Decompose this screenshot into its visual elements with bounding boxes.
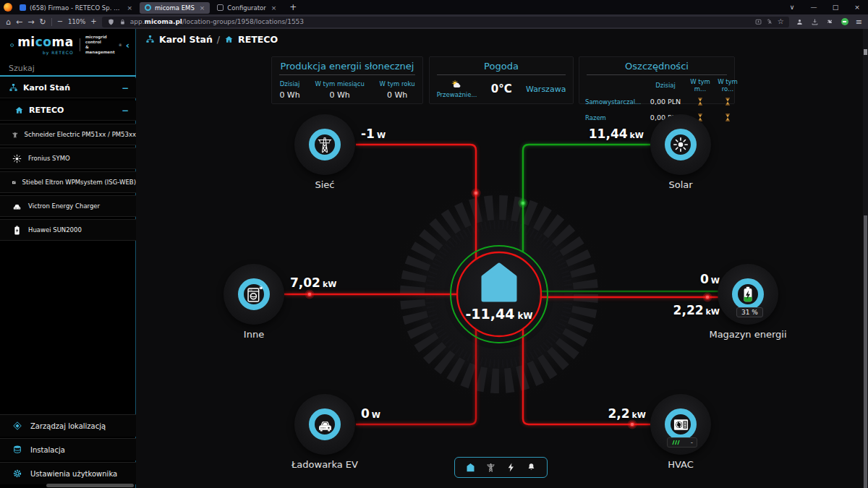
brand-wordmark: micoma by RETECO [17, 35, 74, 55]
other-node-ring [238, 278, 270, 310]
device-item-schneider[interactable]: Schneider Electric PM51xx / PM53xx [0, 124, 136, 145]
search-input[interactable]: Szukaj [0, 64, 136, 77]
car-icon [315, 415, 335, 435]
collapse-icon[interactable]: − [122, 106, 129, 116]
battery-charge-badge: 31 % [736, 307, 763, 317]
adblock-extension-icon[interactable] [841, 18, 848, 25]
zoom-in-icon[interactable]: + [90, 18, 96, 25]
device-item-fronius[interactable]: Fronius SYMO [0, 147, 136, 169]
gear-icon [12, 468, 22, 479]
diamond-icon [12, 421, 22, 431]
pylon-icon [12, 129, 19, 140]
tree-item-label: Karol Stań [23, 83, 70, 93]
view-toolbar [454, 457, 548, 478]
device-item-huawei[interactable]: Huawei SUN2000 [0, 219, 136, 241]
url-bar[interactable]: app.micoma.pl/location-groups/1958/locat… [102, 17, 789, 27]
home-icon [14, 106, 24, 115]
tab-configurator[interactable]: Configurator × [212, 2, 281, 14]
tab-micoma-ems[interactable]: micoma EMS × [140, 2, 210, 14]
browser-home-icon[interactable]: ⌂ [6, 18, 11, 26]
new-tab-button[interactable]: + [284, 2, 302, 12]
tree-item-location[interactable]: RETECO − [0, 100, 136, 121]
energy-flow-diagram [137, 29, 868, 488]
nav-right-icons: ≡ [796, 18, 862, 26]
alerts-bell-icon[interactable] [526, 462, 537, 473]
back-icon[interactable]: ← [16, 18, 22, 26]
solar-power-value: 11,44kW [542, 127, 644, 141]
bookmark-star-icon[interactable]: ☆ [778, 18, 784, 25]
close-tab-icon[interactable]: × [200, 4, 205, 12]
storage-flow-dot [703, 293, 712, 302]
download-icon[interactable] [811, 18, 819, 26]
grid-view-icon[interactable] [485, 462, 496, 473]
storage-export-value: 0W [618, 272, 720, 286]
tab-title: micoma EMS [155, 4, 195, 12]
zoom-level[interactable]: 110% [68, 18, 85, 25]
close-tab-icon[interactable]: × [271, 4, 277, 12]
solar-flow-dot [519, 199, 528, 208]
list-tabs-icon[interactable]: ∨ [781, 4, 803, 11]
battery-icon [12, 225, 22, 236]
sidebar: micoma by RETECO microgrid control & man… [0, 29, 136, 488]
device-label: Fronius SYMO [28, 155, 70, 162]
sun-icon [671, 135, 690, 154]
sidebar-collapse-icon[interactable]: ‹ [126, 40, 129, 51]
manage-location-item[interactable]: Zarządzaj lokalizacją [0, 414, 136, 437]
device-label: Schneider Electric PM51xx / PM53xx [25, 131, 136, 138]
device-item-stiebel[interactable]: Stiebel Eltron WPMsystem (ISG-WEB) [0, 171, 136, 193]
shield-icon[interactable] [107, 18, 115, 26]
grid-power-value: -1W [361, 127, 386, 141]
extension-puzzle-icon[interactable] [826, 18, 834, 26]
maximize-icon[interactable]: □ [825, 4, 846, 11]
lock-icon[interactable] [119, 18, 127, 26]
user-settings-item[interactable]: Ustawienia użytkownika [0, 462, 136, 484]
sidebar-horizontal-scrollbar[interactable] [46, 484, 134, 487]
device-item-victron[interactable]: Victron Energy Charger [0, 195, 136, 217]
main-scrollbar-top[interactable] [864, 49, 867, 55]
hvac-flow-dot [628, 420, 637, 429]
dashboard: Karol Stań / RETECO Produkcja energii sł… [137, 29, 868, 488]
ev-power-value: 0W [361, 406, 380, 421]
micoma-logo: micoma by RETECO microgrid control & man… [0, 29, 135, 61]
browser-window: (658) Firmao - RETECO Sp. z o... × micom… [0, 0, 868, 488]
energy-view-icon[interactable] [506, 462, 516, 473]
solar-node[interactable] [650, 114, 711, 175]
grid-flow-dot [472, 189, 481, 198]
footer-item-label: Zarządzaj lokalizacją [30, 422, 106, 430]
firmao-favicon-icon [20, 4, 26, 11]
tab-firmao[interactable]: (658) Firmao - RETECO Sp. z o... × [14, 2, 137, 14]
firefox-icon[interactable] [4, 3, 12, 12]
main-scrollbar-thumb[interactable] [864, 215, 867, 488]
home-view-icon[interactable] [465, 462, 476, 473]
storage-node-label: Magazyn energii [690, 329, 806, 340]
hvac-node-ring [665, 408, 697, 440]
window-controls: ∨ — □ × [781, 4, 868, 11]
sun-icon [12, 153, 22, 164]
organization-icon [9, 83, 18, 93]
zoom-out-icon[interactable]: − [57, 18, 63, 25]
device-label: Victron Energy Charger [28, 202, 100, 210]
account-icon[interactable] [796, 18, 804, 26]
installation-item[interactable]: Instalacja [0, 438, 136, 461]
home-power-value: -11,44kW [434, 306, 564, 322]
pylon-icon [315, 134, 335, 155]
ev-charger-node[interactable] [294, 394, 355, 455]
close-tab-icon[interactable]: × [127, 4, 132, 12]
tree-item-user[interactable]: Karol Stań − [0, 78, 136, 98]
washing-machine-icon [244, 285, 264, 304]
device-label: Stiebel Eltron WPMsystem (ISG-WEB) [22, 179, 136, 186]
url-text[interactable]: app.micoma.pl/location-groups/1958/locat… [130, 18, 304, 25]
collapse-icon[interactable]: − [122, 83, 129, 93]
grid-node[interactable] [294, 114, 355, 175]
minimize-icon[interactable]: — [803, 4, 825, 11]
grid-node-ring [309, 129, 341, 160]
forward-icon[interactable]: → [27, 18, 34, 26]
screenshot-icon[interactable] [754, 18, 762, 26]
hvac-status-badge: - [667, 437, 697, 448]
translate-icon[interactable] [766, 18, 774, 26]
solar-node-label: Solar [623, 179, 739, 190]
other-node[interactable] [224, 264, 284, 325]
menu-icon[interactable]: ≡ [856, 18, 862, 26]
reload-icon[interactable]: ↻ [39, 18, 46, 26]
close-window-icon[interactable]: × [846, 4, 868, 11]
